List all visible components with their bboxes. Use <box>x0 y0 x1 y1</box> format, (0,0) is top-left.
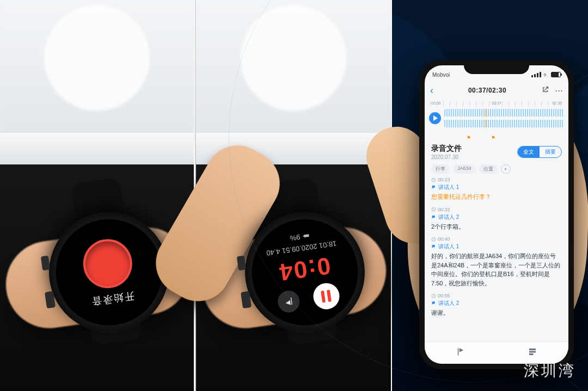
battery-icon <box>551 72 561 77</box>
waveform-area[interactable]: 00:00 00:37 02:30 <box>429 101 564 140</box>
tab-flags-icon[interactable] <box>456 347 465 359</box>
tab-full-text[interactable]: 全文 <box>518 146 540 157</box>
transcript-item[interactable]: 00:40讲话人 1好的，你们的航班是JA634，你们两位的座位号是24A和24… <box>431 236 562 288</box>
more-icon[interactable]: ⋯ <box>555 85 563 95</box>
flag-icon <box>467 135 471 140</box>
tab-transcript-icon[interactable] <box>528 347 537 359</box>
view-toggle[interactable]: 全文 摘要 <box>517 146 562 158</box>
tag-chip[interactable]: 位置 <box>479 164 498 174</box>
phone-screen: Mobvoi ᯤ ‹ 00:37/02:30 ⋯ <box>425 65 568 364</box>
transcript-item[interactable]: 00:55讲话人 2谢谢。 <box>431 293 562 317</box>
watch-crown[interactable] <box>45 291 56 309</box>
nav-bar: ‹ 00:37/02:30 ⋯ <box>425 82 568 99</box>
playhead[interactable] <box>485 109 486 127</box>
transcript-item[interactable]: 00:32讲话人 22个行李箱。 <box>431 207 562 231</box>
transcript-speaker: 讲话人 2 <box>431 300 562 307</box>
add-tag-button[interactable]: ＋ <box>501 164 511 174</box>
transcript-text: 2个行李箱。 <box>431 222 562 231</box>
tab-summary[interactable]: 摘要 <box>540 146 561 157</box>
triptych-image: 开始录音 0:04 18:01 20 <box>0 0 588 391</box>
transcript-text: 好的，你们的航班是JA634，你们两位的座位号是24A和24B，一个是靠窗座位，… <box>431 252 562 288</box>
panel-watch-record-start: 开始录音 <box>0 0 194 391</box>
transcript-text: 谢谢。 <box>431 308 562 317</box>
transcript-timestamp: 00:23 <box>431 177 562 182</box>
playback-position: 00:37/02:30 <box>468 87 506 94</box>
transcript-item[interactable]: 00:23讲话人 1您需要托运几件行李？ <box>431 177 562 201</box>
signal-icon <box>531 72 541 77</box>
panel-phone-app: Mobvoi ᯤ ‹ 00:37/02:30 ⋯ <box>392 0 588 391</box>
transcript-speaker: 讲话人 1 <box>431 243 562 251</box>
file-date: 2020.07.30 <box>431 154 462 160</box>
transcript-speaker: 讲话人 1 <box>431 184 562 191</box>
file-name: 录音文件 <box>431 144 462 154</box>
waveform[interactable] <box>444 109 564 127</box>
flag-icon <box>491 135 495 140</box>
phone-notch <box>464 60 529 74</box>
play-button[interactable] <box>429 112 441 124</box>
back-button[interactable]: ‹ <box>430 85 433 96</box>
record-button[interactable] <box>80 236 136 291</box>
tag-chip-row: 行李 JA634 位置 ＋ <box>425 161 568 177</box>
status-carrier: Mobvoi <box>432 72 450 78</box>
transcript-timestamp: 00:32 <box>431 207 562 212</box>
watch-screen-title: 开始录音 <box>90 289 136 308</box>
tag-chip[interactable]: JA634 <box>453 164 476 174</box>
watermark: 深圳湾 <box>524 361 576 381</box>
transcript-timestamp: 00:40 <box>431 236 562 242</box>
wifi-icon: ᯤ <box>543 72 549 78</box>
phone-device: Mobvoi ᯤ ‹ 00:37/02:30 ⋯ <box>419 60 574 369</box>
transcript-list: 00:23讲话人 1您需要托运几件行李？00:32讲话人 22个行李箱。00:4… <box>425 177 568 317</box>
transcript-text: 您需要托运几件行李？ <box>431 192 562 201</box>
tag-chip[interactable]: 行李 <box>431 164 450 174</box>
transcript-timestamp: 00:55 <box>431 293 562 298</box>
watch-crown[interactable] <box>241 291 252 309</box>
flag-markers <box>429 135 564 140</box>
share-icon[interactable] <box>541 85 549 95</box>
transcript-speaker: 讲话人 2 <box>431 213 562 221</box>
